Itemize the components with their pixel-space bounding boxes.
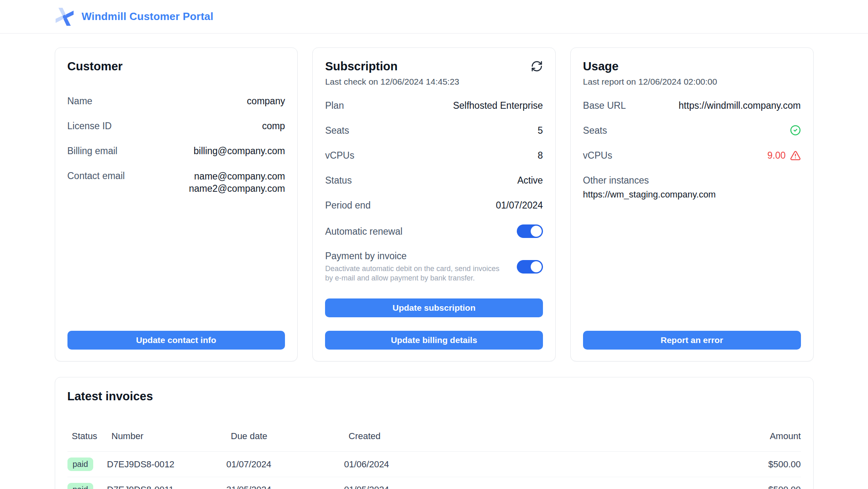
vcpus-label: vCPUs <box>325 150 354 161</box>
usage-seats-label: Seats <box>583 125 607 136</box>
vcpus-row: vCPUs 8 <box>325 150 543 161</box>
status-row: Status Active <box>325 175 543 186</box>
automatic-renewal-toggle[interactable] <box>517 224 543 238</box>
invoice-created: 01/06/2024 <box>344 459 715 470</box>
update-contact-info-button[interactable]: Update contact info <box>67 331 285 350</box>
automatic-renewal-label: Automatic renewal <box>325 226 402 237</box>
invoices-table: Status Number Due date Created Amount pa… <box>67 431 801 489</box>
period-end-value: 01/07/2024 <box>496 200 543 211</box>
usage-last-report: Last report on 12/06/2024 02:00:00 <box>583 77 801 87</box>
other-instance-url: https://wm_staging.company.com <box>583 189 801 200</box>
payment-by-invoice-row: Payment by invoice Deactivate automatic … <box>325 250 543 283</box>
customer-name-row: Name company <box>67 95 285 107</box>
app-title: Windmill Customer Portal <box>82 10 213 23</box>
billing-email-value: billing@company.com <box>194 145 285 157</box>
status-label: Status <box>325 175 352 186</box>
plan-value: Selfhosted Enterprise <box>453 100 543 111</box>
update-billing-details-button[interactable]: Update billing details <box>325 331 543 350</box>
seats-row: Seats 5 <box>325 125 543 136</box>
usage-vcpus-value: 9.00 <box>767 150 786 161</box>
base-url-label: Base URL <box>583 100 626 111</box>
invoice-row: paid D7EJ9DS8-0011 31/05/2024 01/05/2024… <box>67 477 801 489</box>
plan-label: Plan <box>325 100 344 111</box>
payment-by-invoice-label: Payment by invoice <box>325 251 406 261</box>
name-value: company <box>247 95 285 107</box>
customer-card: Customer Name company License ID comp Bi… <box>55 47 298 361</box>
subscription-last-check: Last check on 12/06/2024 14:45:23 <box>325 77 543 87</box>
check-circle-icon <box>790 125 801 136</box>
usage-seats-row: Seats <box>583 125 801 136</box>
warning-triangle-icon <box>790 150 801 161</box>
contact-email-label: Contact email <box>67 170 125 182</box>
column-number: Number <box>112 431 231 442</box>
invoice-row: paid D7EJ9DS8-0012 01/07/2024 01/06/2024… <box>67 452 801 477</box>
subscription-card-title: Subscription <box>325 60 397 72</box>
customer-card-title: Customer <box>67 60 123 72</box>
subscription-card: Subscription Last check on 12/06/2024 14… <box>312 47 556 361</box>
status-badge: paid <box>67 458 94 471</box>
column-created: Created <box>349 431 715 442</box>
customer-license-row: License ID comp <box>67 120 285 132</box>
billing-email-label: Billing email <box>67 145 118 157</box>
update-subscription-button[interactable]: Update subscription <box>325 298 543 317</box>
app-header: Windmill Customer Portal <box>0 0 868 34</box>
invoice-created: 01/05/2024 <box>344 485 715 489</box>
base-url-row: Base URL https://windmill.company.com <box>583 100 801 111</box>
other-instances-label: Other instances <box>583 175 801 186</box>
usage-vcpus-label: vCPUs <box>583 150 612 161</box>
windmill-logo-icon <box>55 7 74 27</box>
latest-invoices-title: Latest invoices <box>67 390 801 403</box>
invoice-number: D7EJ9DS8-0011 <box>107 485 227 489</box>
contact-email-values: name@company.com name2@company.com <box>189 170 285 195</box>
seats-value: 5 <box>538 125 543 136</box>
other-instances-block: Other instances https://wm_staging.compa… <box>583 175 801 200</box>
column-amount: Amount <box>715 431 801 442</box>
seats-label: Seats <box>325 125 349 136</box>
name-label: Name <box>67 95 92 107</box>
invoice-amount: $500.00 <box>715 459 801 470</box>
payment-by-invoice-toggle[interactable] <box>517 260 543 274</box>
license-id-value: comp <box>262 120 285 132</box>
plan-row: Plan Selfhosted Enterprise <box>325 100 543 111</box>
automatic-renewal-row: Automatic renewal <box>325 224 543 238</box>
invoices-table-header: Status Number Due date Created Amount <box>67 431 801 452</box>
report-an-error-button[interactable]: Report an error <box>583 331 801 350</box>
refresh-icon[interactable] <box>531 60 543 72</box>
base-url-value: https://windmill.company.com <box>679 100 801 111</box>
customer-contact-email-row: Contact email name@company.com name2@com… <box>67 170 285 195</box>
contact-email-1: name@company.com <box>189 170 285 182</box>
invoice-amount: $500.00 <box>715 485 801 489</box>
license-id-label: License ID <box>67 120 112 132</box>
usage-vcpus-row: vCPUs 9.00 <box>583 150 801 161</box>
vcpus-value: 8 <box>538 150 543 161</box>
usage-card-title: Usage <box>583 60 619 72</box>
column-due-date: Due date <box>231 431 349 442</box>
invoice-number: D7EJ9DS8-0012 <box>107 459 227 470</box>
invoice-due-date: 31/05/2024 <box>227 485 344 489</box>
customer-billing-email-row: Billing email billing@company.com <box>67 145 285 157</box>
usage-card: Usage Last report on 12/06/2024 02:00:00… <box>570 47 814 361</box>
status-value: Active <box>517 175 543 186</box>
column-status: Status <box>72 431 112 442</box>
cards-row: Customer Name company License ID comp Bi… <box>55 47 814 361</box>
status-badge: paid <box>67 483 94 489</box>
period-end-row: Period end 01/07/2024 <box>325 200 543 211</box>
payment-by-invoice-description: Deactivate automatic debit on the card, … <box>325 264 501 283</box>
period-end-label: Period end <box>325 200 370 211</box>
latest-invoices-card: Latest invoices Status Number Due date C… <box>55 377 814 489</box>
invoice-due-date: 01/07/2024 <box>227 459 344 470</box>
contact-email-2: name2@company.com <box>189 182 285 195</box>
